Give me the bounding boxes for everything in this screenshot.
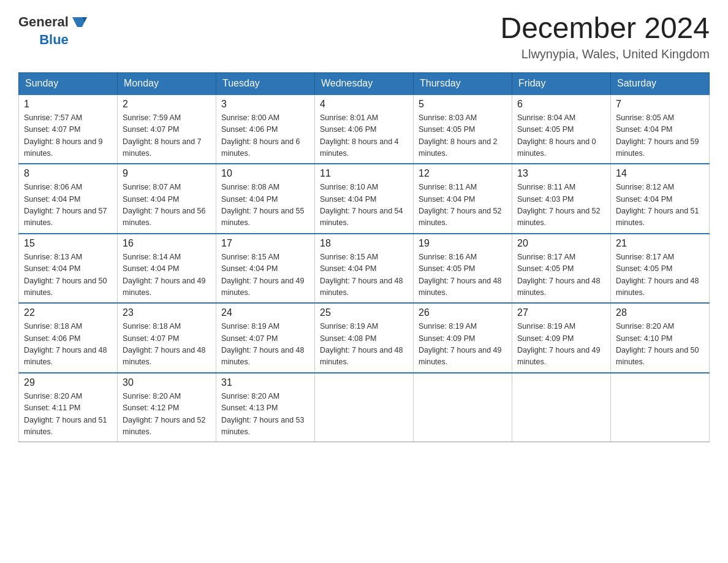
day-number: 24: [221, 307, 309, 318]
sunset-label: Sunset: 4:07 PM: [221, 334, 278, 343]
day-number: 17: [221, 238, 309, 249]
daylight-label: Daylight: 7 hours and 51 minutes.: [616, 207, 699, 227]
sunrise-label: Sunrise: 8:13 AM: [24, 253, 82, 261]
sunrise-label: Sunrise: 8:19 AM: [419, 322, 477, 331]
sunrise-label: Sunrise: 8:11 AM: [517, 183, 575, 191]
sunset-label: Sunset: 4:03 PM: [517, 195, 574, 204]
sunrise-label: Sunrise: 8:18 AM: [24, 322, 82, 331]
day-number: 20: [517, 238, 605, 249]
sunset-label: Sunset: 4:04 PM: [221, 264, 278, 273]
sunset-label: Sunset: 4:04 PM: [123, 195, 179, 204]
day-info: Sunrise: 8:15 AM Sunset: 4:04 PM Dayligh…: [221, 251, 309, 299]
day-info: Sunrise: 8:19 AM Sunset: 4:07 PM Dayligh…: [221, 321, 309, 369]
day-number: 27: [517, 307, 605, 318]
day-number: 25: [320, 307, 408, 318]
day-info: Sunrise: 8:18 AM Sunset: 4:07 PM Dayligh…: [123, 321, 211, 369]
calendar-day-cell: 19 Sunrise: 8:16 AM Sunset: 4:05 PM Dayl…: [414, 234, 512, 304]
sunset-label: Sunset: 4:08 PM: [320, 334, 376, 343]
daylight-label: Daylight: 7 hours and 48 minutes.: [320, 277, 403, 297]
sunrise-label: Sunrise: 8:17 AM: [616, 253, 674, 261]
calendar-day-cell: [512, 373, 611, 442]
day-info: Sunrise: 7:59 AM Sunset: 4:07 PM Dayligh…: [123, 112, 211, 160]
calendar-day-cell: 30 Sunrise: 8:20 AM Sunset: 4:12 PM Dayl…: [118, 373, 216, 442]
daylight-label: Daylight: 7 hours and 50 minutes.: [616, 346, 699, 366]
daylight-label: Daylight: 7 hours and 50 minutes.: [24, 277, 107, 297]
day-info: Sunrise: 8:08 AM Sunset: 4:04 PM Dayligh…: [221, 182, 309, 229]
calendar-day-cell: 2 Sunrise: 7:59 AM Sunset: 4:07 PM Dayli…: [118, 94, 216, 164]
sunrise-label: Sunrise: 8:01 AM: [320, 113, 378, 122]
sunrise-label: Sunrise: 8:20 AM: [616, 322, 674, 331]
sunset-label: Sunset: 4:04 PM: [419, 195, 475, 204]
day-number: 3: [221, 99, 309, 110]
calendar-day-cell: 16 Sunrise: 8:14 AM Sunset: 4:04 PM Dayl…: [118, 234, 216, 304]
day-info: Sunrise: 8:20 AM Sunset: 4:12 PM Dayligh…: [123, 391, 211, 439]
sunrise-label: Sunrise: 8:04 AM: [517, 113, 575, 122]
daylight-label: Daylight: 7 hours and 57 minutes.: [24, 207, 107, 227]
daylight-label: Daylight: 7 hours and 49 minutes.: [123, 277, 206, 297]
sunset-label: Sunset: 4:04 PM: [24, 195, 80, 204]
sunrise-label: Sunrise: 8:19 AM: [517, 322, 575, 331]
sunrise-label: Sunrise: 8:08 AM: [221, 183, 279, 191]
calendar-day-cell: 7 Sunrise: 8:05 AM Sunset: 4:04 PM Dayli…: [611, 94, 710, 164]
sunrise-label: Sunrise: 8:07 AM: [123, 183, 181, 191]
day-info: Sunrise: 8:20 AM Sunset: 4:10 PM Dayligh…: [616, 321, 704, 369]
sunset-label: Sunset: 4:04 PM: [221, 195, 278, 204]
calendar-day-cell: 1 Sunrise: 7:57 AM Sunset: 4:07 PM Dayli…: [19, 94, 118, 164]
sunrise-label: Sunrise: 8:05 AM: [616, 113, 674, 122]
sunrise-label: Sunrise: 8:19 AM: [221, 322, 279, 331]
daylight-label: Daylight: 7 hours and 49 minutes.: [517, 346, 601, 366]
daylight-label: Daylight: 8 hours and 6 minutes.: [221, 137, 300, 158]
day-number: 26: [419, 307, 507, 318]
sunset-label: Sunset: 4:12 PM: [123, 404, 179, 412]
logo-text-general: General: [18, 14, 69, 30]
day-number: 2: [123, 99, 211, 110]
sunset-label: Sunset: 4:05 PM: [616, 264, 672, 273]
daylight-label: Daylight: 7 hours and 59 minutes.: [616, 137, 699, 158]
day-number: 30: [123, 377, 211, 388]
day-number: 29: [24, 377, 112, 388]
sunset-label: Sunset: 4:04 PM: [616, 195, 672, 204]
calendar-day-cell: 28 Sunrise: 8:20 AM Sunset: 4:10 PM Dayl…: [611, 303, 710, 373]
day-info: Sunrise: 8:10 AM Sunset: 4:04 PM Dayligh…: [320, 182, 408, 229]
calendar-week-row: 29 Sunrise: 8:20 AM Sunset: 4:11 PM Dayl…: [19, 373, 710, 442]
day-info: Sunrise: 8:19 AM Sunset: 4:09 PM Dayligh…: [517, 321, 605, 369]
day-number: 12: [419, 168, 507, 179]
calendar-day-cell: 9 Sunrise: 8:07 AM Sunset: 4:04 PM Dayli…: [118, 164, 216, 234]
calendar-day-cell: 25 Sunrise: 8:19 AM Sunset: 4:08 PM Dayl…: [315, 303, 414, 373]
calendar-day-cell: 8 Sunrise: 8:06 AM Sunset: 4:04 PM Dayli…: [19, 164, 118, 234]
logo: General Blue: [18, 12, 89, 48]
sunset-label: Sunset: 4:04 PM: [320, 195, 376, 204]
calendar-day-cell: 20 Sunrise: 8:17 AM Sunset: 4:05 PM Dayl…: [512, 234, 611, 304]
day-number: 16: [123, 238, 211, 249]
day-number: 5: [419, 99, 507, 110]
calendar-day-cell: [611, 373, 710, 442]
sunset-label: Sunset: 4:13 PM: [221, 404, 278, 412]
header-thursday: Thursday: [414, 72, 512, 94]
sunset-label: Sunset: 4:06 PM: [320, 125, 376, 134]
day-info: Sunrise: 8:19 AM Sunset: 4:08 PM Dayligh…: [320, 321, 408, 369]
day-info: Sunrise: 8:00 AM Sunset: 4:06 PM Dayligh…: [221, 112, 309, 160]
daylight-label: Daylight: 7 hours and 55 minutes.: [221, 207, 305, 227]
sunrise-label: Sunrise: 8:16 AM: [419, 253, 477, 261]
day-info: Sunrise: 8:19 AM Sunset: 4:09 PM Dayligh…: [419, 321, 507, 369]
sunset-label: Sunset: 4:10 PM: [616, 334, 672, 343]
day-number: 8: [24, 168, 112, 179]
calendar-day-cell: 29 Sunrise: 8:20 AM Sunset: 4:11 PM Dayl…: [19, 373, 118, 442]
header-monday: Monday: [118, 72, 216, 94]
day-number: 23: [123, 307, 211, 318]
sunrise-label: Sunrise: 7:59 AM: [123, 113, 181, 122]
calendar-day-cell: 14 Sunrise: 8:12 AM Sunset: 4:04 PM Dayl…: [611, 164, 710, 234]
calendar-day-cell: [315, 373, 414, 442]
daylight-label: Daylight: 7 hours and 53 minutes.: [221, 416, 305, 436]
day-number: 15: [24, 238, 112, 249]
daylight-label: Daylight: 7 hours and 48 minutes.: [24, 346, 107, 366]
calendar-header-row: Sunday Monday Tuesday Wednesday Thursday…: [19, 72, 710, 94]
sunset-label: Sunset: 4:05 PM: [517, 264, 574, 273]
daylight-label: Daylight: 7 hours and 49 minutes.: [221, 277, 305, 297]
day-info: Sunrise: 8:16 AM Sunset: 4:05 PM Dayligh…: [419, 251, 507, 299]
daylight-label: Daylight: 7 hours and 54 minutes.: [320, 207, 403, 227]
sunrise-label: Sunrise: 8:12 AM: [616, 183, 674, 191]
daylight-label: Daylight: 7 hours and 48 minutes.: [517, 277, 601, 297]
day-number: 7: [616, 99, 704, 110]
sunrise-label: Sunrise: 8:03 AM: [419, 113, 477, 122]
